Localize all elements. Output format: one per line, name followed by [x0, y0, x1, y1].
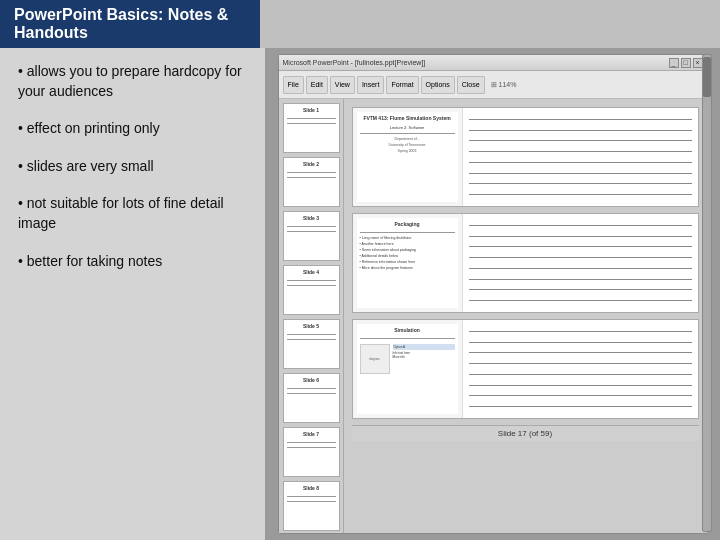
note-line — [469, 151, 692, 152]
ppt-main-area: FVTM 413: Flume Simulation System Lectur… — [344, 99, 707, 533]
ppt-titlebar: Microsoft PowerPoint - [fullnotes.ppt[Pr… — [279, 55, 707, 71]
close-doc-button[interactable]: Close — [457, 76, 485, 94]
slide-thumb-2[interactable]: Slide 2 — [283, 157, 340, 207]
bullet-item-5: better for taking notes — [18, 252, 247, 272]
handout-slide-1-image: FVTM 413: Flume Simulation System Lectur… — [353, 108, 463, 206]
close-button[interactable]: × — [693, 58, 703, 68]
note-line — [469, 246, 692, 247]
slide-thumb-3[interactable]: Slide 3 — [283, 211, 340, 261]
slide-thumb-8[interactable]: Slide 8 — [283, 481, 340, 531]
note-line — [469, 300, 692, 301]
note-line — [469, 268, 692, 269]
ppt-window-title: Microsoft PowerPoint - [fullnotes.ppt[Pr… — [283, 59, 426, 66]
ppt-slides-thumbnail-panel: Slide 1 Slide 2 — [279, 99, 344, 533]
left-panel: allows you to prepare hardcopy for your … — [0, 48, 265, 540]
slide-thumb-7[interactable]: Slide 7 — [283, 427, 340, 477]
handout-slide-2-lines — [463, 214, 698, 312]
minimize-button[interactable]: _ — [669, 58, 679, 68]
note-line — [469, 352, 692, 353]
slide-thumb-1[interactable]: Slide 1 — [283, 103, 340, 153]
slide-counter: Slide 17 (of 59) — [498, 429, 552, 438]
handout-slide-2-image: Packaging • Long name of filtering distr… — [353, 214, 463, 312]
note-line — [469, 173, 692, 174]
note-line — [469, 395, 692, 396]
note-line — [469, 236, 692, 237]
handout-slide-3: Simulation diagram Option A Info text he… — [352, 319, 699, 419]
handout-slide-2: Packaging • Long name of filtering distr… — [352, 213, 699, 313]
title-bar: PowerPoint Basics: Notes & Handouts — [0, 0, 260, 48]
handout-slide-3-image: Simulation diagram Option A Info text he… — [353, 320, 463, 418]
scrollbar-thumb[interactable] — [703, 57, 711, 97]
maximize-button[interactable]: □ — [681, 58, 691, 68]
note-line — [469, 374, 692, 375]
handout-slide-1: FVTM 413: Flume Simulation System Lectur… — [352, 107, 699, 207]
file-menu[interactable]: File — [283, 76, 304, 94]
note-line — [469, 162, 692, 163]
edit-menu[interactable]: Edit — [306, 76, 328, 94]
page-title: PowerPoint Basics: Notes & Handouts — [14, 6, 228, 41]
view-menu[interactable]: View — [330, 76, 355, 94]
ppt-window: Microsoft PowerPoint - [fullnotes.ppt[Pr… — [278, 54, 708, 534]
note-line — [469, 194, 692, 195]
bullet-item-2: effect on printing only — [18, 119, 247, 139]
note-line — [469, 279, 692, 280]
note-line — [469, 385, 692, 386]
note-line — [469, 225, 692, 226]
note-line — [469, 406, 692, 407]
format-menu[interactable]: Format — [386, 76, 418, 94]
note-line — [469, 130, 692, 131]
right-panel: Microsoft PowerPoint - [fullnotes.ppt[Pr… — [265, 48, 720, 540]
ppt-statusbar: Slide 17 (of 59) — [352, 425, 699, 441]
right-scrollbar[interactable] — [702, 54, 712, 532]
handout-slide-1-lines — [463, 108, 698, 206]
slide-thumb-5[interactable]: Slide 5 — [283, 319, 340, 369]
note-line — [469, 342, 692, 343]
note-line — [469, 183, 692, 184]
note-line — [469, 363, 692, 364]
ppt-toolbar: File Edit View Insert Format Options Clo… — [279, 71, 707, 99]
note-line — [469, 257, 692, 258]
note-line — [469, 331, 692, 332]
slide-thumb-4[interactable]: Slide 4 — [283, 265, 340, 315]
slide-thumb-6[interactable]: Slide 6 — [283, 373, 340, 423]
handout-slide-3-lines — [463, 320, 698, 418]
note-line — [469, 140, 692, 141]
note-line — [469, 289, 692, 290]
bullet-item-1: allows you to prepare hardcopy for your … — [18, 62, 247, 101]
bullet-item-3: slides are very small — [18, 157, 247, 177]
insert-menu[interactable]: Insert — [357, 76, 385, 94]
options-menu[interactable]: Options — [421, 76, 455, 94]
note-line — [469, 119, 692, 120]
bullet-item-4: not suitable for lots of fine detail ima… — [18, 194, 247, 233]
